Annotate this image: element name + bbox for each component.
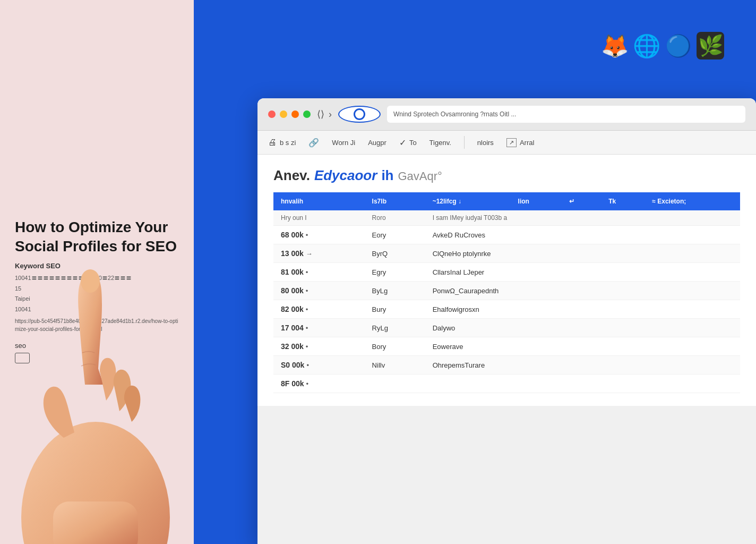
col-header-6: Tk — [601, 192, 645, 210]
col-header-2: ls7lb — [365, 192, 425, 210]
col-header-4: lion — [511, 192, 562, 210]
traffic-lights — [268, 110, 311, 118]
nav-tab-tiger[interactable]: Tigenv. — [429, 139, 451, 147]
close-button[interactable] — [268, 110, 276, 118]
cell-col3 — [425, 375, 740, 393]
cell-col3: PonwΩ_Caurapednth — [425, 282, 740, 300]
cell-metric: 17 004• — [273, 319, 365, 337]
heading-part3: ih — [381, 167, 393, 184]
table-row: 32 00k• Bory Eowerave — [273, 337, 740, 356]
table-row: 8F 00k• — [273, 375, 740, 393]
url-bar[interactable]: Wnind Sprotech Ovsamroning ?rnats Oitl .… — [387, 106, 745, 123]
address-bar-circle — [338, 106, 381, 123]
cell-metric: 80 00k• — [273, 282, 365, 300]
cell-col3: Eowerave — [425, 337, 740, 356]
table-row: 81 00k• Egry CllarsInal LJeper — [273, 263, 740, 282]
nav-tab-label-tiger: Tigenv. — [429, 139, 451, 147]
minimize-button[interactable] — [280, 110, 287, 118]
col-header-7: ≈ Excieton; — [645, 192, 740, 210]
back-icon[interactable]: ⟨⟩ — [317, 108, 324, 120]
cell-metric: 81 00k• — [273, 263, 365, 282]
nav-tab-print[interactable]: 🖨 b s zi — [268, 138, 296, 147]
firefox-icon: 🦊 — [601, 32, 629, 60]
nav-tab-label-1: b s zi — [280, 139, 296, 147]
heading-part2: Edycaoor — [314, 167, 377, 184]
table-row: S0 00k• Nillv OhrepemsTurare — [273, 356, 740, 375]
nav-tab-nloirs[interactable]: nloirs — [477, 139, 494, 147]
nav-tab-label-te: To — [409, 139, 417, 147]
table-row: 80 00k• ByLg PonwΩ_Caurapednth — [273, 282, 740, 300]
sidebar: How to Optimize Your Social Profiles for… — [0, 0, 194, 544]
nav-tab-worm[interactable]: Worn Ji — [332, 139, 355, 147]
cell-col2: Eory — [365, 226, 425, 244]
browser-content: Anev. Edycaoor ih GavAqr° hnvalih ls7lb … — [257, 155, 756, 406]
maximize-button[interactable] — [291, 110, 299, 118]
col-header-3: ~12lifcg ↓ — [425, 192, 511, 210]
cell-metric: S0 00k• — [273, 356, 365, 375]
cell-metric: 68 00k• — [273, 226, 365, 244]
nav-tab-check[interactable]: ✓ To — [399, 138, 417, 148]
cell-metric: 13 00k→ — [273, 244, 365, 263]
cell-col2: Nillv — [365, 356, 425, 375]
browser-nav: ⟨⟩ › — [317, 108, 332, 120]
cell-col2: Bory — [365, 337, 425, 356]
print-icon: 🖨 — [268, 138, 277, 147]
table-row: 17 004• RyLg Dalywo — [273, 319, 740, 337]
table-row: 82 00k• Bury Ehalfowigrosxn — [273, 300, 740, 319]
check-icon: ✓ — [399, 138, 406, 148]
browser-toolbar: ⟨⟩ › Wnind Sprotech Ovsamroning ?rnats O… — [257, 98, 756, 131]
heading-part1: Anev. — [273, 167, 310, 184]
main-area: 🦊 🌐 🔵 🌿 ⟨⟩ › Wnind Sprotech Ovsamroning … — [194, 0, 756, 544]
cell-col3: Dalywo — [425, 319, 740, 337]
arrow-box-icon: ↗ — [506, 138, 517, 147]
col-header-5: ↵ — [562, 192, 601, 210]
nav-tab-label-arral: Arral — [520, 139, 534, 147]
subheader-1: Hry oun I — [273, 210, 365, 226]
table-row: 13 00k→ ByrQ ClQneHo ptolynrke — [273, 244, 740, 263]
cell-col3: ClQneHo ptolynrke — [425, 244, 740, 263]
cell-col3: OhrepemsTurare — [425, 356, 740, 375]
nav-tab-label-worm: Worn Ji — [332, 139, 355, 147]
nav-tab-label-augpr: Augpr — [368, 139, 386, 147]
cell-col2: ByLg — [365, 282, 425, 300]
hand-illustration — [0, 172, 194, 544]
browser-nav-tabs: 🖨 b s zi 🔗 Worn Ji Augpr ✓ To Tigenv. nl… — [257, 131, 756, 155]
subheader-3: I sam IMey iudyai T003b a — [425, 210, 740, 226]
nav-tab-augpr[interactable]: Augpr — [368, 139, 386, 147]
cell-metric: 32 00k• — [273, 337, 365, 356]
extension-icon: 🌿 — [697, 32, 724, 60]
cell-col2 — [365, 375, 425, 393]
link-icon: 🔗 — [308, 138, 319, 148]
nav-tab-arral[interactable]: ↗ Arral — [506, 138, 534, 147]
data-table: hnvalih ls7lb ~12lifcg ↓ lion ↵ Tk ≈ Exc… — [273, 192, 740, 393]
svg-point-1 — [81, 269, 100, 293]
cell-metric: 82 00k• — [273, 300, 365, 319]
table-row: 68 00k• Eory AvkeD RuCroves — [273, 226, 740, 244]
cell-col3: AvkeD RuCroves — [425, 226, 740, 244]
divider-1 — [464, 136, 465, 149]
col-header-1: hnvalih — [273, 192, 365, 210]
heading-sub: GavAqr° — [398, 169, 442, 183]
browser-window: ⟨⟩ › Wnind Sprotech Ovsamroning ?rnats O… — [257, 98, 756, 544]
cell-col3: CllarsInal LJeper — [425, 263, 740, 282]
browser-icons-group: 🦊 🌐 🔵 🌿 — [601, 32, 724, 60]
nav-tab-link[interactable]: 🔗 — [308, 138, 319, 148]
cell-col3: Ehalfowigrosxn — [425, 300, 740, 319]
url-text: Wnind Sprotech Ovsamroning ?rnats Oitl .… — [393, 110, 516, 118]
cell-col2: Bury — [365, 300, 425, 319]
edge-icon: 🔵 — [665, 32, 692, 60]
svg-rect-2 — [53, 502, 138, 544]
page-heading: Anev. Edycaoor ih GavAqr° — [273, 167, 740, 184]
cell-col2: ByrQ — [365, 244, 425, 263]
cell-col2: Egry — [365, 263, 425, 282]
loading-circle — [354, 108, 365, 120]
cell-col2: RyLg — [365, 319, 425, 337]
subheader-2: Roro — [365, 210, 425, 226]
fullscreen-button[interactable] — [303, 110, 311, 118]
chrome-icon: 🌐 — [633, 32, 660, 60]
forward-icon[interactable]: › — [329, 109, 332, 120]
nav-tab-label-nloirs: nloirs — [477, 139, 494, 147]
cell-metric: 8F 00k• — [273, 375, 365, 393]
